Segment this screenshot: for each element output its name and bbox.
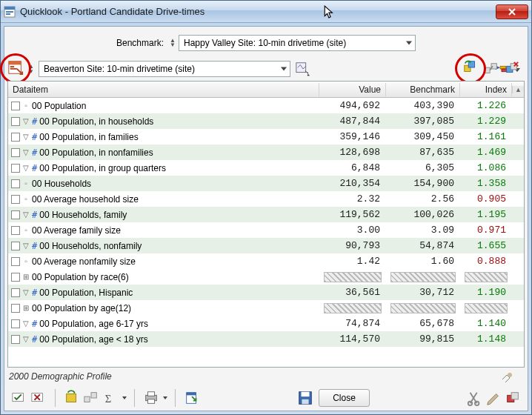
triangle-down-icon[interactable]: ▽ [22, 210, 30, 219]
row-checkbox[interactable] [11, 179, 20, 188]
remove-cubes-button[interactable] [504, 61, 520, 77]
bullet-icon: ▫ [22, 102, 30, 110]
close-button[interactable]: Close [319, 389, 370, 407]
hash-icon: # [32, 132, 37, 142]
col-dataitem[interactable]: Dataitem [8, 83, 319, 96]
benchmark-stepper[interactable]: ▲ ▼ [170, 39, 176, 47]
window-close-button[interactable] [496, 4, 528, 19]
table-row[interactable]: ▫00 Average nonfamily size1.421.600.888 [8, 253, 524, 269]
cut-button[interactable] [465, 390, 483, 406]
table-row[interactable]: ▽#00 Population, in group quarters6,8486… [8, 160, 524, 176]
row-checkbox[interactable] [11, 319, 20, 328]
print-menu-caret[interactable] [163, 396, 167, 399]
row-checkbox[interactable] [11, 273, 20, 282]
row-checkbox[interactable] [11, 335, 20, 344]
triangle-down-icon[interactable]: ▽ [22, 319, 30, 328]
benchmark-combo[interactable]: Happy Valley Site: 10-min drivetime (sit… [179, 35, 416, 51]
plus-icon[interactable]: ⊞ [22, 304, 30, 312]
table-row[interactable]: ⊞00 Population by age(12) [8, 300, 524, 316]
svg-rect-22 [91, 393, 96, 398]
site-bar: ▲ ▼ Beaverton Site: 10-min drivetime (si… [7, 59, 525, 78]
plus-icon[interactable]: ⊞ [22, 273, 30, 281]
row-checkbox[interactable] [11, 164, 20, 173]
col-index[interactable]: Index [460, 83, 512, 96]
row-value: 128,698 [319, 147, 386, 158]
row-checkbox[interactable] [11, 257, 20, 266]
site-selected: Beaverton Site: 10-min drivetime (site) [44, 64, 195, 74]
check-button[interactable] [10, 390, 28, 406]
col-value[interactable]: Value [319, 83, 386, 96]
row-checkbox[interactable] [11, 117, 20, 126]
table-row[interactable]: ▽#00 Population, Hispanic36,56130,7121.1… [8, 285, 524, 300]
table-row[interactable]: ⊞00 Population by race(6) [8, 269, 524, 285]
triangle-down-icon[interactable]: ▽ [22, 148, 30, 156]
refresh-cubes-button[interactable] [462, 59, 479, 76]
hash-icon: # [32, 210, 37, 220]
table-row[interactable]: ▽#00 Population, in nonfamilies128,69887… [8, 145, 524, 160]
row-checkbox[interactable] [11, 148, 20, 157]
link-button[interactable] [82, 390, 100, 406]
row-benchmark: 154,900 [386, 178, 460, 189]
row-checkbox[interactable] [11, 102, 20, 110]
sum-menu-caret[interactable] [122, 396, 127, 399]
hatched-placeholder [465, 272, 508, 282]
row-checkbox[interactable] [11, 288, 20, 297]
row-benchmark: 309,450 [386, 131, 460, 142]
hash-icon: # [32, 319, 37, 329]
table-row[interactable]: ▫00 Population494,692403,3901.226 [8, 98, 524, 113]
svg-rect-3 [6, 13, 10, 15]
triangle-down-icon[interactable]: ▽ [22, 288, 30, 296]
table-row[interactable]: ▽#00 Population, age 6-17 yrs74,87465,67… [8, 316, 524, 331]
hash-icon: # [32, 116, 37, 127]
svg-rect-12 [468, 62, 474, 67]
table-row[interactable]: ▽#00 Population, age < 18 yrs114,57099,8… [8, 331, 524, 347]
grid-body[interactable]: ▫00 Population494,692403,3901.226▽#00 Po… [8, 98, 524, 367]
col-benchmark[interactable]: Benchmark [386, 83, 460, 96]
row-checkbox[interactable] [11, 195, 20, 204]
site-combo[interactable]: Beaverton Site: 10-min drivetime (site) [39, 61, 290, 77]
export-button[interactable] [183, 390, 201, 406]
report-button[interactable] [7, 59, 24, 76]
site-stepper[interactable]: ▲ ▼ [28, 64, 34, 74]
table-row[interactable]: ▽#00 Households, nonfamily90,79354,8741.… [8, 238, 524, 253]
row-checkbox[interactable] [11, 226, 20, 235]
site-right-tools [462, 59, 520, 78]
link-cubes-button[interactable] [483, 61, 499, 77]
triangle-down-icon[interactable]: ▽ [22, 133, 30, 141]
uncheck-button[interactable] [30, 390, 47, 406]
row-checkbox[interactable] [11, 210, 20, 219]
table-row[interactable]: ▽#00 Population, in households487,844397… [8, 113, 524, 129]
svg-rect-30 [302, 392, 310, 396]
table-row[interactable]: ▫00 Average household size2.322.560.905 [8, 191, 524, 207]
scroll-up-icon[interactable]: ▲ [512, 86, 524, 93]
row-name: 00 Population, in nonfamilies [39, 147, 153, 158]
sum-button[interactable]: Σ [102, 390, 119, 406]
table-row[interactable]: ▫00 Average family size3.003.090.971 [8, 222, 524, 238]
row-value: 487,844 [319, 116, 386, 127]
row-name: 00 Population by race(6) [32, 272, 129, 282]
hash-icon: # [32, 147, 37, 158]
triangle-down-icon[interactable]: ▽ [22, 242, 30, 250]
row-checkbox[interactable] [11, 133, 20, 142]
row-index: 1.358 [460, 178, 512, 189]
save-button[interactable] [296, 390, 314, 406]
triangle-down-icon[interactable]: ▽ [22, 117, 30, 125]
caret-down-icon: ▼ [28, 69, 34, 74]
row-value: 3.00 [319, 225, 386, 236]
delete-cube-button[interactable] [504, 390, 522, 406]
table-row[interactable]: ▫00 Households210,354154,9001.358 [8, 176, 524, 191]
edit-button[interactable] [485, 390, 502, 406]
triangle-down-icon[interactable]: ▽ [22, 335, 30, 343]
map-select-button[interactable] [295, 61, 311, 77]
refresh-button[interactable] [63, 390, 81, 406]
pin-icon[interactable] [499, 371, 517, 382]
row-checkbox[interactable] [11, 304, 20, 313]
print-button[interactable] [142, 390, 160, 406]
caret-down-icon: ▼ [170, 43, 176, 47]
row-name: 00 Average household size [32, 194, 139, 205]
svg-text:Σ: Σ [105, 393, 112, 405]
table-row[interactable]: ▽#00 Households, family119,562100,0261.1… [8, 207, 524, 222]
table-row[interactable]: ▽#00 Population, in families359,146309,4… [8, 129, 524, 145]
row-checkbox[interactable] [11, 242, 20, 250]
triangle-down-icon[interactable]: ▽ [22, 164, 30, 172]
